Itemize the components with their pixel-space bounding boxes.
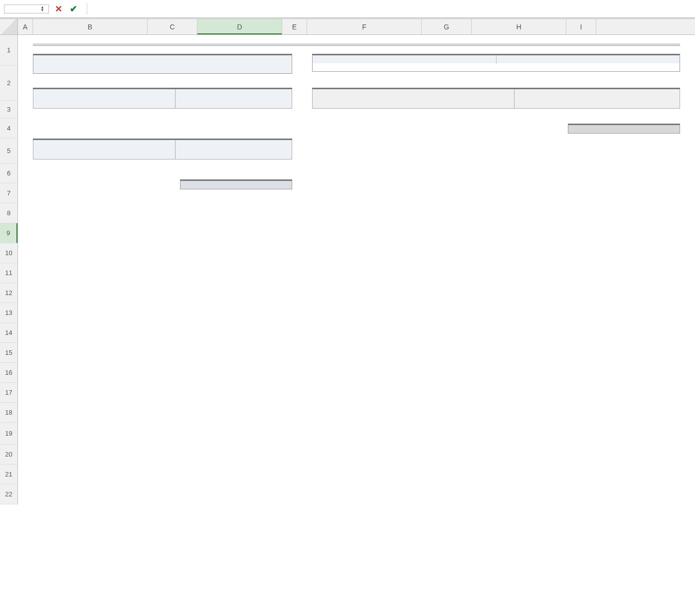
- name-box-stepper[interactable]: ▲ ▼: [40, 6, 44, 12]
- cancel-icon[interactable]: ✕: [53, 3, 64, 14]
- date-to-label: [481, 63, 511, 71]
- revenue-table: [33, 88, 292, 109]
- column-header-G[interactable]: G: [422, 19, 472, 34]
- end-date-value[interactable]: [511, 63, 680, 71]
- start-date-value[interactable]: [313, 63, 481, 71]
- column-header-C[interactable]: C: [148, 19, 197, 34]
- gross-revenue-amount[interactable]: [175, 89, 292, 109]
- row-header-15[interactable]: 15: [0, 343, 17, 363]
- worksheet[interactable]: [18, 35, 695, 504]
- row-header-12[interactable]: 12: [0, 283, 17, 303]
- name-box[interactable]: ▲ ▼: [4, 4, 49, 13]
- net-income-amount[interactable]: [568, 124, 680, 134]
- reporting-period-box: [312, 54, 680, 72]
- row-header-9[interactable]: 9: [0, 223, 17, 243]
- row-header-4[interactable]: 4: [0, 119, 17, 139]
- total-cogs-amount[interactable]: [175, 140, 292, 159]
- column-headers: ABCDEFGHI: [0, 19, 695, 35]
- end-date-label: [497, 55, 680, 63]
- row-header-20[interactable]: 20: [0, 445, 17, 464]
- gross-profit-amount[interactable]: [180, 179, 292, 189]
- column-header-E[interactable]: E: [282, 19, 307, 34]
- row-header-22[interactable]: 22: [0, 484, 17, 504]
- company-name-box[interactable]: [33, 54, 292, 74]
- row-header-18[interactable]: 18: [0, 403, 17, 423]
- expenses-table: [312, 88, 680, 109]
- row-header-16[interactable]: 16: [0, 363, 17, 383]
- row-header-5[interactable]: 5: [0, 139, 17, 163]
- row-header-17[interactable]: 17: [0, 383, 17, 403]
- row-header-13[interactable]: 13: [0, 303, 17, 323]
- column-header-I[interactable]: I: [566, 19, 596, 34]
- total-expenses-label: [313, 89, 515, 109]
- row-header-1[interactable]: 1: [0, 35, 17, 66]
- formula-bar: ▲ ▼ ✕ ✔: [0, 0, 695, 19]
- total-expenses-amount[interactable]: [515, 89, 680, 109]
- column-header-A[interactable]: A: [18, 19, 33, 34]
- column-header-D[interactable]: D: [197, 19, 282, 34]
- row-header-2[interactable]: 2: [0, 66, 17, 101]
- page-title: [33, 40, 680, 46]
- start-date-label: [313, 55, 497, 63]
- row-header-10[interactable]: 10: [0, 243, 17, 263]
- row-header-19[interactable]: 19: [0, 423, 17, 445]
- select-all-corner[interactable]: [0, 19, 18, 34]
- cogs-table: [33, 139, 292, 159]
- stepper-down-icon[interactable]: ▼: [40, 9, 44, 12]
- column-header-F[interactable]: F: [307, 19, 422, 34]
- divider: [87, 3, 87, 14]
- row-header-21[interactable]: 21: [0, 464, 17, 484]
- total-cogs-label: [33, 140, 175, 159]
- row-headers: 12345678910111213141516171819202122: [0, 35, 18, 504]
- column-header-H[interactable]: H: [472, 19, 566, 34]
- row-header-6[interactable]: 6: [0, 163, 17, 183]
- gross-revenue-label: [33, 89, 175, 109]
- column-header-B[interactable]: B: [33, 19, 148, 34]
- row-header-7[interactable]: 7: [0, 183, 17, 203]
- accept-icon[interactable]: ✔: [68, 3, 79, 14]
- row-header-3[interactable]: 3: [0, 101, 17, 119]
- row-header-11[interactable]: 11: [0, 263, 17, 283]
- row-header-8[interactable]: 8: [0, 203, 17, 223]
- company-name: [33, 55, 292, 73]
- row-header-14[interactable]: 14: [0, 323, 17, 343]
